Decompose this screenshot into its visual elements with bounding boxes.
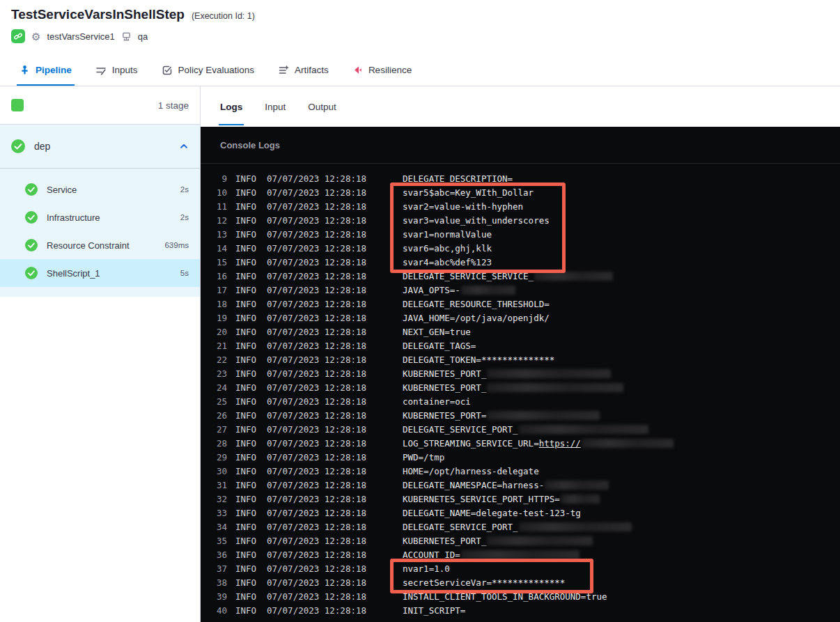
- main-tab-label: Pipeline: [36, 65, 72, 75]
- log-timestamp: 07/07/2023 12:28:18: [263, 604, 403, 618]
- log-text: LOG_STREAMING_SERVICE_URL=: [403, 438, 539, 449]
- log-line: 34 INFO 07/07/2023 12:28:18 DELEGATE_SER…: [201, 520, 840, 534]
- main-tab-pipeline[interactable]: Pipeline: [20, 54, 72, 86]
- log-line: 26 INFO 07/07/2023 12:28:18 KUBERNETES_P…: [201, 409, 840, 423]
- stage-group-header[interactable]: dep: [0, 125, 200, 168]
- log-line: 40 INFO 07/07/2023 12:28:18 INIT_SCRIPT=: [201, 604, 840, 618]
- log-line-number: 31: [201, 479, 227, 492]
- log-timestamp: 07/07/2023 12:28:18: [263, 506, 403, 520]
- redacted-value: [461, 550, 580, 559]
- step-row-shellscript-1[interactable]: ShellScript_1 5s: [0, 259, 200, 287]
- log-text: HOME=/opt/harness-delegate: [403, 466, 539, 476]
- log-message: DELEGATE_SERVICE_SERVICE_: [403, 270, 840, 283]
- step-details-tab-bar: LogsInputOutput: [201, 86, 840, 127]
- log-line-number: 23: [201, 367, 227, 381]
- log-line-number: 11: [201, 200, 227, 214]
- log-level: INFO: [227, 228, 263, 242]
- step-row-infrastructure[interactable]: Infrastructure 2s: [0, 203, 200, 231]
- step-row-resource-constraint[interactable]: Resource Constraint 639ms: [0, 231, 200, 259]
- log-level: INFO: [227, 548, 263, 562]
- log-level: INFO: [227, 297, 263, 311]
- group-divider: [0, 168, 200, 169]
- log-message: secretServiceVar=**************: [403, 576, 840, 590]
- log-line-number: 32: [201, 492, 227, 506]
- log-line-number: 34: [201, 520, 227, 534]
- log-timestamp: 07/07/2023 12:28:18: [263, 283, 403, 297]
- log-text: INIT_SCRIPT=: [403, 605, 465, 616]
- log-line-number: 12: [201, 214, 227, 228]
- log-text: DELEGATE_SERVICE_PORT_: [403, 522, 518, 532]
- log-line-number: 22: [201, 353, 227, 367]
- console-logs-header: Console Logs: [201, 127, 840, 164]
- log-message: JAVA_OPTS=-: [403, 283, 840, 297]
- log-line-number: 35: [201, 534, 227, 548]
- console-panel: Console Logs 9 INFO 07/07/2023 12:28:18 …: [201, 127, 840, 622]
- log-message: HOME=/opt/harness-delegate: [403, 465, 840, 479]
- log-timestamp: 07/07/2023 12:28:18: [263, 437, 403, 451]
- log-message: DELEGATE_DESCRIPTION=: [403, 172, 840, 186]
- main-tab-artifacts[interactable]: Artifacts: [278, 54, 329, 86]
- log-timestamp: 07/07/2023 12:28:18: [263, 325, 403, 339]
- step-duration: 5s: [180, 269, 189, 277]
- redacted-value: [534, 272, 613, 281]
- main-tab-policy-evaluations[interactable]: Policy Evaluations: [162, 54, 255, 86]
- log-level: INFO: [227, 604, 263, 618]
- log-level: INFO: [227, 186, 263, 200]
- log-line-number: 28: [201, 437, 227, 451]
- log-text: secretServiceVar=**************: [403, 577, 565, 588]
- chevron-up-icon[interactable]: [179, 141, 189, 151]
- log-message: svar5$abc=Key_WIth_Dollar: [403, 186, 840, 200]
- log-message: svar2=value-with-hyphen: [403, 200, 840, 214]
- main-tab-resilience[interactable]: Resilience: [352, 54, 412, 86]
- log-line: 21 INFO 07/07/2023 12:28:18 DELEGATE_TAG…: [201, 339, 840, 353]
- log-timestamp: 07/07/2023 12:28:18: [263, 186, 403, 200]
- log-line: 10 INFO 07/07/2023 12:28:18 svar5$abc=Ke…: [201, 186, 840, 200]
- log-text: svar3=value_with_underscores: [403, 215, 550, 226]
- log-text: svar5$abc=Key_WIth_Dollar: [403, 187, 534, 198]
- log-level: INFO: [227, 506, 263, 520]
- environment-icon: [121, 31, 132, 42]
- log-line: 11 INFO 07/07/2023 12:28:18 svar2=value-…: [201, 200, 840, 214]
- log-line-number: 20: [201, 325, 227, 339]
- log-tab-logs[interactable]: Logs: [220, 86, 242, 127]
- log-message: NEXT_GEN=true: [403, 325, 840, 339]
- step-success-icon: [25, 211, 38, 224]
- log-message: KUBERNETES_PORT=: [403, 409, 840, 423]
- log-timestamp: 07/07/2023 12:28:18: [263, 367, 403, 381]
- log-line: 25 INFO 07/07/2023 12:28:18 container=oc…: [201, 395, 840, 409]
- page-title: TestServiceVarsInShellStep: [11, 7, 185, 22]
- log-level: INFO: [227, 242, 263, 256]
- log-text: KUBERNETES_PORT_: [403, 368, 486, 379]
- main-tab-label: Resilience: [368, 65, 412, 75]
- log-line-number: 38: [201, 576, 227, 590]
- log-link[interactable]: https://: [539, 438, 581, 449]
- log-message: container=oci: [403, 395, 840, 409]
- log-line-number: 19: [201, 311, 227, 325]
- log-timestamp: 07/07/2023 12:28:18: [263, 242, 403, 256]
- console-log-lines: 9 INFO 07/07/2023 12:28:18 DELEGATE_DESC…: [201, 164, 840, 618]
- log-timestamp: 07/07/2023 12:28:18: [263, 492, 403, 506]
- log-line: 24 INFO 07/07/2023 12:28:18 KUBERNETES_P…: [201, 381, 840, 395]
- log-text: INSTALL_CLIENT_TOOLS_IN_BACKGROUND=true: [403, 591, 607, 602]
- log-text: KUBERNETES_SERVICE_PORT_HTTPS=: [403, 494, 560, 504]
- log-timestamp: 07/07/2023 12:28:18: [263, 576, 403, 590]
- log-tab-input[interactable]: Input: [265, 86, 286, 127]
- log-text: KUBERNETES_PORT_: [403, 382, 486, 393]
- log-level: INFO: [227, 381, 263, 395]
- log-level: INFO: [227, 534, 263, 548]
- log-line: 37 INFO 07/07/2023 12:28:18 nvar1=1.0: [201, 562, 840, 576]
- log-line: 12 INFO 07/07/2023 12:28:18 svar3=value_…: [201, 214, 840, 228]
- log-timestamp: 07/07/2023 12:28:18: [263, 381, 403, 395]
- stage-success-icon: [11, 139, 25, 153]
- main-tab-inputs[interactable]: Inputs: [95, 54, 138, 86]
- log-tab-output[interactable]: Output: [308, 86, 336, 127]
- step-row-service[interactable]: Service 2s: [0, 176, 200, 203]
- log-level: INFO: [227, 353, 263, 367]
- log-level: INFO: [227, 437, 263, 451]
- redacted-value: [487, 369, 611, 378]
- log-level: INFO: [227, 576, 263, 590]
- log-timestamp: 07/07/2023 12:28:18: [263, 256, 403, 270]
- stage-status-square[interactable]: [11, 99, 24, 111]
- step-label: ShellScript_1: [47, 268, 171, 279]
- log-line-number: 15: [201, 256, 227, 270]
